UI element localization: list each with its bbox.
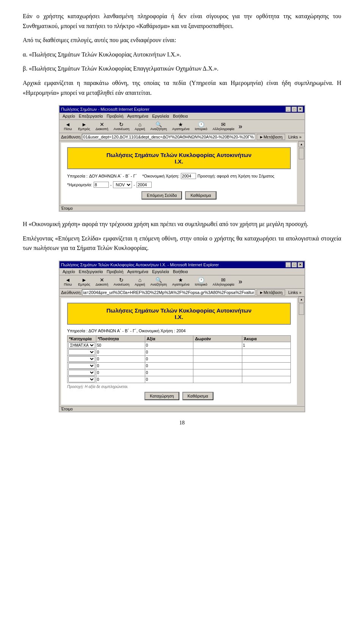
- ie-refresh-btn-2[interactable]: ↻ Ανανέωση: [112, 276, 132, 288]
- category-select-1[interactable]: [68, 349, 95, 355]
- ie-scroll-up-2[interactable]: ▲: [298, 297, 304, 303]
- date-year-input-1[interactable]: [136, 182, 152, 188]
- ie-statusbar-2: Έτοιμο: [60, 406, 304, 412]
- ie-address-bar-2: Διεύθυνση ►Μετάβαση Links »: [60, 289, 304, 297]
- ie-menu-view-1[interactable]: Προβολή: [105, 113, 125, 119]
- ie-mail-btn-2[interactable]: ✉ Αλληλογραφία: [211, 276, 236, 288]
- ie-menu-fav-1[interactable]: Αγαπημένα: [126, 113, 150, 119]
- ie-go-btn-1[interactable]: ►Μετάβαση: [257, 134, 285, 140]
- page-number: 18: [23, 420, 341, 426]
- ie-menu-tools-1[interactable]: Εργαλεία: [151, 113, 171, 119]
- eco-input-1[interactable]: [181, 173, 196, 179]
- ie-address-input-2[interactable]: [82, 289, 255, 295]
- ie-home-btn-1[interactable]: ⌂ Αρχική: [133, 121, 147, 132]
- free-input-4[interactable]: [194, 371, 241, 375]
- ie-status-text-2: Έτοιμο: [61, 407, 73, 411]
- ie-history-btn-2[interactable]: 🕐 Ιστορικό: [193, 276, 209, 288]
- ie-menu-help-2[interactable]: Βοήθεια: [171, 269, 189, 274]
- qty-input-1[interactable]: [97, 350, 144, 354]
- ie-menu-file-1[interactable]: Αρχείο: [61, 113, 77, 119]
- table-cell-cancel: [242, 342, 290, 349]
- ie-menu-file-2[interactable]: Αρχείο: [61, 269, 77, 274]
- value-input-3[interactable]: [146, 364, 193, 368]
- clear-btn-1[interactable]: Καθάρισμα: [185, 191, 216, 200]
- ie-mail-btn-1[interactable]: ✉ Αλληλογραφία: [211, 121, 236, 132]
- back-icon-2: ◄: [65, 277, 71, 283]
- ie-close-btn-2[interactable]: ✕: [298, 262, 303, 267]
- qty-input-5[interactable]: [97, 377, 144, 382]
- ie-fav-btn-1[interactable]: ★ Αγαπημένα: [170, 121, 191, 132]
- ie-toolbar-expand-btn-1[interactable]: »: [238, 123, 243, 130]
- ie-scroll-up-1[interactable]: ▲: [298, 141, 304, 147]
- ie-search-btn-2[interactable]: 🔍 Αναζήτηση: [149, 276, 169, 288]
- value-input-4[interactable]: [146, 371, 193, 375]
- ie-refresh-btn-1[interactable]: ↻ Ανανέωση: [112, 121, 132, 132]
- qty-input-2[interactable]: [97, 357, 144, 361]
- date-month-select-1[interactable]: NOV: [113, 181, 132, 188]
- ie-go-btn-2[interactable]: ►Μετάβαση: [257, 289, 285, 295]
- value-input-1[interactable]: [146, 350, 193, 354]
- ie-minimize-btn-1[interactable]: _: [286, 107, 291, 112]
- ie-back-btn-2[interactable]: ◄ Πίσω: [61, 276, 75, 288]
- ie-menu-tools-2[interactable]: Εργαλεία: [151, 269, 171, 274]
- category-select-0[interactable]: ΣΗΜΑΤ.ΚΑ: [68, 343, 95, 348]
- ie-stop-btn-1[interactable]: ✕ Διακοπή: [94, 121, 110, 132]
- free-input-0[interactable]: [194, 343, 241, 347]
- cancel-input-3[interactable]: [243, 364, 290, 368]
- paragraph-4-beta: β. «Πωλήσεις Σημάτων Τελών Κυκλοφορίας Ε…: [23, 64, 341, 74]
- cancel-input-2[interactable]: [243, 357, 290, 361]
- free-input-3[interactable]: [194, 364, 241, 368]
- ie-menu-help-1[interactable]: Βοήθεια: [171, 113, 189, 119]
- ie-history-btn-1[interactable]: 🕐 Ιστορικό: [193, 121, 209, 132]
- ie-home-btn-2[interactable]: ⌂ Αρχική: [133, 276, 147, 288]
- history-icon-2: 🕐: [198, 277, 204, 283]
- qty-input-0[interactable]: [97, 343, 144, 347]
- refresh-icon-1: ↻: [119, 122, 124, 127]
- free-input-1[interactable]: [194, 350, 241, 354]
- value-input-0[interactable]: [146, 343, 193, 347]
- forward-icon-1: ►: [82, 122, 87, 127]
- cancel-input-0[interactable]: [243, 343, 290, 347]
- ie-address-input-1[interactable]: [82, 134, 255, 140]
- ie-scroll-thumb-2[interactable]: [299, 303, 304, 315]
- cancel-input-4[interactable]: [243, 371, 290, 375]
- cancel-input-1[interactable]: [243, 350, 290, 354]
- table-cell-value: [145, 376, 193, 383]
- date-day-input-1[interactable]: [94, 182, 109, 188]
- save-btn-2[interactable]: Καταχώρηση: [144, 392, 179, 400]
- ie-menu-fav-2[interactable]: Αγαπημένα: [126, 269, 150, 274]
- ie-maximize-btn-1[interactable]: □: [292, 107, 297, 112]
- ie-history-label-2: Ιστορικό: [195, 283, 207, 286]
- category-select-3[interactable]: [68, 363, 95, 369]
- free-input-5[interactable]: [194, 377, 241, 382]
- free-input-2[interactable]: [194, 357, 241, 361]
- ie-forward-btn-1[interactable]: ► Εμπρός: [76, 121, 92, 132]
- qty-input-3[interactable]: [97, 364, 144, 368]
- ie-menu-edit-2[interactable]: Επεξεργασία: [77, 269, 104, 274]
- ie-toolbar-expand-btn-2[interactable]: »: [238, 278, 243, 286]
- ie-menu-view-2[interactable]: Προβολή: [105, 269, 125, 274]
- next-page-btn-1[interactable]: Επόμενη Σελίδα: [141, 191, 182, 200]
- value-input-5[interactable]: [146, 377, 193, 382]
- ie-stop-btn-2[interactable]: ✕ Διακοπή: [94, 276, 110, 288]
- ie-search-btn-1[interactable]: 🔍 Αναζήτηση: [149, 121, 169, 132]
- clear-btn-2[interactable]: Καθάρισμα: [182, 392, 213, 400]
- ie-close-btn-1[interactable]: ✕: [298, 107, 303, 112]
- category-select-5[interactable]: [68, 377, 95, 382]
- ie-links-btn-2[interactable]: Links »: [287, 290, 303, 295]
- category-select-4[interactable]: [68, 370, 95, 376]
- ie-scroll-thumb-1[interactable]: [299, 148, 304, 159]
- ie-content-container-1: Πωλήσεις Σημάτων Τελών Κυκλοφορίας Αυτοκ…: [60, 141, 304, 206]
- ie-forward-btn-2[interactable]: ► Εμπρός: [76, 276, 92, 288]
- ie-links-btn-1[interactable]: Links »: [287, 134, 303, 140]
- ie-maximize-btn-2[interactable]: □: [292, 262, 297, 267]
- category-select-2[interactable]: [68, 356, 95, 362]
- ie-back-btn-1[interactable]: ◄ Πίσω: [61, 121, 75, 132]
- ie-fav-btn-2[interactable]: ★ Αγαπημένα: [170, 276, 191, 288]
- qty-input-4[interactable]: [97, 371, 144, 375]
- ie-minimize-btn-2[interactable]: _: [286, 262, 291, 267]
- ie-titlebar-buttons-1: _ □ ✕: [286, 107, 303, 112]
- value-input-2[interactable]: [146, 357, 193, 361]
- ie-menu-edit-1[interactable]: Επεξεργασία: [77, 113, 104, 119]
- cancel-input-5[interactable]: [243, 377, 290, 382]
